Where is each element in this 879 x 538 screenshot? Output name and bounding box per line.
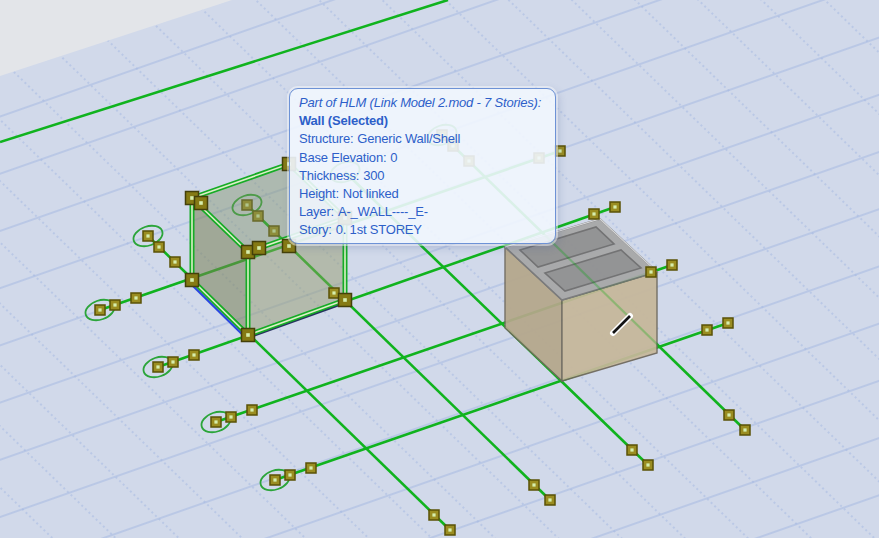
- grid-marker[interactable]: [702, 325, 712, 335]
- grid-marker[interactable]: [627, 445, 637, 455]
- grid-marker[interactable]: [646, 267, 656, 277]
- grid-marker[interactable]: [545, 495, 555, 505]
- grid-marker[interactable]: [610, 202, 620, 212]
- grid-marker[interactable]: [724, 410, 734, 420]
- grid-marker[interactable]: [667, 260, 677, 270]
- selection-handle[interactable]: [195, 197, 208, 210]
- grid-marker[interactable]: [529, 480, 539, 490]
- tooltip-row: Story:0. 1st STOREY: [299, 221, 546, 239]
- grid-marker[interactable]: [95, 305, 105, 315]
- selection-handle[interactable]: [339, 294, 352, 307]
- grid-marker[interactable]: [247, 405, 257, 415]
- grid-marker[interactable]: [589, 209, 599, 219]
- grid-marker[interactable]: [329, 288, 339, 298]
- grid-marker[interactable]: [131, 293, 141, 303]
- tooltip-row: Thickness:300: [299, 167, 546, 185]
- tooltip-selection: Wall (Selected): [299, 112, 546, 130]
- grid-marker[interactable]: [643, 460, 653, 470]
- grid-marker[interactable]: [211, 417, 221, 427]
- grid-marker[interactable]: [153, 362, 163, 372]
- grid-marker[interactable]: [143, 231, 153, 241]
- grid-marker[interactable]: [110, 300, 120, 310]
- grid-marker[interactable]: [170, 257, 180, 267]
- selection-handle[interactable]: [186, 274, 199, 287]
- grid-marker[interactable]: [429, 510, 439, 520]
- selection-handle[interactable]: [253, 242, 266, 255]
- grid-marker[interactable]: [270, 475, 280, 485]
- grid-marker[interactable]: [285, 470, 295, 480]
- grid-marker[interactable]: [168, 357, 178, 367]
- tooltip-row: Structure:Generic Wall/Shell: [299, 130, 546, 148]
- grid-marker[interactable]: [445, 525, 455, 535]
- tooltip-row: Height:Not linked: [299, 185, 546, 203]
- scene-canvas[interactable]: [0, 0, 879, 538]
- grid-marker[interactable]: [226, 412, 236, 422]
- grid-marker[interactable]: [189, 350, 199, 360]
- grid-marker[interactable]: [306, 463, 316, 473]
- element-info-tooltip: Part of HLM (Link Model 2.mod - 7 Storie…: [289, 88, 556, 244]
- tooltip-row: Layer:A-_WALL----_E-: [299, 203, 546, 221]
- grid-marker[interactable]: [555, 146, 565, 156]
- tooltip-header: Part of HLM (Link Model 2.mod - 7 Storie…: [299, 94, 546, 112]
- selection-handle[interactable]: [242, 329, 255, 342]
- grid-marker[interactable]: [740, 425, 750, 435]
- grid-marker[interactable]: [723, 318, 733, 328]
- tooltip-row: Base Elevation:0: [299, 149, 546, 167]
- grid-marker[interactable]: [154, 242, 164, 252]
- model-viewport[interactable]: Part of HLM (Link Model 2.mod - 7 Storie…: [0, 0, 879, 538]
